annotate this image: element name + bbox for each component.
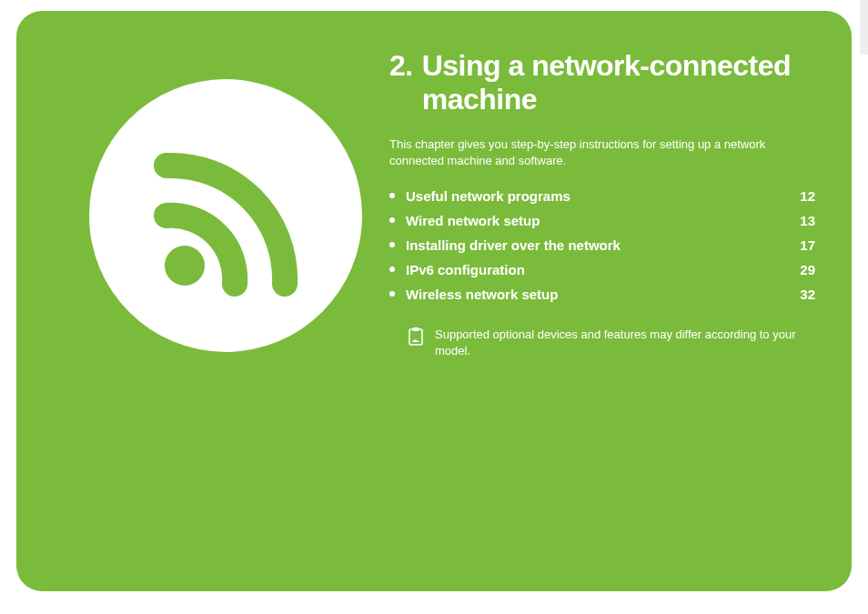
bullet-icon xyxy=(389,217,395,223)
toc-item[interactable]: Useful network programs 12 xyxy=(389,184,815,208)
clipboard-icon xyxy=(406,327,426,347)
bullet-icon xyxy=(389,242,395,247)
toc-page: 12 xyxy=(800,188,815,204)
svg-point-0 xyxy=(165,246,205,286)
chapter-page: 2. Using a network-connected machine Thi… xyxy=(16,11,852,591)
wifi-icon-circle xyxy=(89,79,362,352)
chapter-intro: This chapter gives you step-by-step inst… xyxy=(389,136,815,169)
toc-label: Useful network programs xyxy=(406,188,800,204)
wifi-icon xyxy=(135,125,317,307)
chapter-title: 2. Using a network-connected machine xyxy=(389,49,815,116)
note-text: Supported optional devices and features … xyxy=(435,327,815,359)
toc-item[interactable]: Wired network setup 13 xyxy=(389,208,815,233)
content-column: 2. Using a network-connected machine Thi… xyxy=(362,11,852,591)
svg-rect-2 xyxy=(413,327,419,331)
page-side-tab xyxy=(860,0,868,55)
icon-column xyxy=(16,11,362,591)
svg-rect-1 xyxy=(409,329,422,345)
toc-label: Wired network setup xyxy=(406,213,800,228)
toc-label: Installing driver over the network xyxy=(406,237,800,253)
note-block: Supported optional devices and features … xyxy=(406,327,815,359)
toc-page: 17 xyxy=(800,237,815,253)
toc-item[interactable]: Installing driver over the network 17 xyxy=(389,233,815,257)
toc-label: Wireless network setup xyxy=(406,287,800,302)
bullet-icon xyxy=(389,193,395,198)
toc-item[interactable]: Wireless network setup 32 xyxy=(389,282,815,307)
chapter-number: 2. xyxy=(389,49,413,83)
toc-page: 32 xyxy=(800,287,815,302)
toc-page: 13 xyxy=(800,213,815,228)
toc-label: IPv6 configuration xyxy=(406,262,800,277)
toc-item[interactable]: IPv6 configuration 29 xyxy=(389,257,815,282)
toc-page: 29 xyxy=(800,262,815,277)
chapter-title-text: Using a network-connected machine xyxy=(422,49,815,116)
table-of-contents: Useful network programs 12 Wired network… xyxy=(389,184,815,307)
bullet-icon xyxy=(389,291,395,297)
bullet-icon xyxy=(389,267,395,272)
